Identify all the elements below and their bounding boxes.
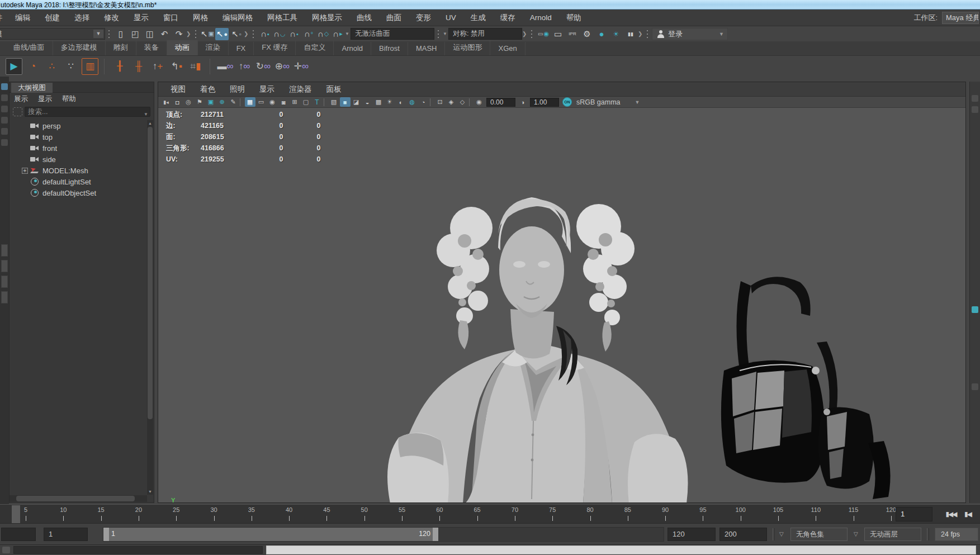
viewport-menu-显示[interactable]: 显示 xyxy=(259,84,274,94)
point-constraint-icon[interactable]: ↑∞ xyxy=(236,58,253,75)
menu-item-选择[interactable]: 选择 xyxy=(67,10,97,26)
menu-item-曲面[interactable]: 曲面 xyxy=(379,10,409,26)
greasepencil-icon[interactable]: ✎ xyxy=(228,97,239,107)
parent-constraint-icon[interactable]: ▬∞ xyxy=(217,58,234,75)
selection-highlight-icon[interactable]: ◈ xyxy=(446,97,457,107)
go-to-start-icon[interactable]: ▮◀◀ xyxy=(943,506,959,522)
shelf-tab-FX 缓存[interactable]: FX 缓存 xyxy=(254,40,296,55)
shelf-tab-Bifrost[interactable]: Bifrost xyxy=(371,42,408,55)
outliner-menu-显示[interactable]: 显示 xyxy=(38,94,52,104)
viewport-render-area[interactable]: 顶点:21271100边:42116500面:20861500三角形:41686… xyxy=(158,108,965,502)
animation-layer-dropdown[interactable]: 无动画层 xyxy=(864,528,921,541)
select-object-icon[interactable]: ↖● xyxy=(215,28,229,40)
ao-icon[interactable]: ◍ xyxy=(407,97,418,107)
select-tool-button[interactable] xyxy=(1,83,8,90)
collapsed-channelbox-sliver[interactable] xyxy=(969,82,980,503)
menu-item-网格工具[interactable]: 网格工具 xyxy=(260,10,305,26)
layout-single-pane-button[interactable] xyxy=(1,244,8,257)
render-view-icon[interactable]: ▭◉ xyxy=(537,28,550,40)
toolbar-separator[interactable] xyxy=(530,29,534,40)
outliner-tab[interactable]: 大纲视图 xyxy=(11,83,53,93)
bookmark-icon[interactable]: ⚑ xyxy=(195,97,205,107)
viewport-menu-视图[interactable]: 视图 xyxy=(171,84,186,94)
time-slider[interactable]: 5101520253035404550556065707580859095100… xyxy=(0,504,980,523)
exposure-icon[interactable]: ◉ xyxy=(474,97,485,107)
orient-constraint-icon[interactable]: ↻∞ xyxy=(255,58,272,75)
panel-icon[interactable] xyxy=(972,106,978,113)
insert-key-icon[interactable]: ╂ xyxy=(111,58,128,75)
scroll-up-icon[interactable]: ▲ xyxy=(147,120,153,126)
wireframe-on-shaded-icon[interactable]: ◪ xyxy=(351,97,362,107)
search-input[interactable]: 搜索... ▼ xyxy=(25,107,150,117)
motion-blur-icon[interactable]: ◔ xyxy=(418,97,429,107)
menu-item-变形[interactable]: 变形 xyxy=(409,10,438,26)
menu-item-生成[interactable]: 生成 xyxy=(463,10,493,26)
select-component-icon[interactable]: ↖▫ xyxy=(230,28,243,40)
panel-icon[interactable] xyxy=(972,383,978,390)
menu-item-Arnold[interactable]: Arnold xyxy=(523,10,559,26)
save-scene-icon[interactable]: ◫ xyxy=(143,28,157,40)
toolbar-separator[interactable] xyxy=(107,29,111,40)
viewport-menu-着色[interactable]: 着色 xyxy=(200,84,215,94)
menu-item-窗口[interactable]: 窗口 xyxy=(156,10,186,26)
outliner-menu-展示[interactable]: 展示 xyxy=(14,94,28,104)
camera-settings-icon[interactable]: ◎ xyxy=(183,97,194,107)
gamma-field[interactable]: 1.00 xyxy=(530,98,559,107)
viewport-menu-照明[interactable]: 照明 xyxy=(230,84,245,94)
wireframe-icon[interactable]: ▧ xyxy=(329,97,339,107)
shelf-tab-多边形建模[interactable]: 多边形建模 xyxy=(53,40,106,55)
range-start-handle[interactable] xyxy=(103,528,109,541)
render-frame-icon[interactable]: ▭ xyxy=(551,28,565,40)
symmetry-field[interactable]: 对称: 禁用 xyxy=(448,28,522,40)
new-scene-icon[interactable]: ▯ xyxy=(114,28,127,40)
add-key-icon[interactable]: ↑+ xyxy=(149,58,166,75)
menu-item-网格[interactable]: 网格 xyxy=(186,10,215,26)
live-surface-field[interactable]: 无激活曲面 xyxy=(351,28,434,40)
make-live-icon[interactable]: ∩▸ xyxy=(331,28,344,40)
scale-tool-button[interactable] xyxy=(1,139,8,146)
playblast-icon[interactable]: ▶ xyxy=(6,58,22,75)
shelf-tab-运动图形[interactable]: 运动图形 xyxy=(445,40,490,55)
snap-view-plane-icon[interactable]: ∩◇ xyxy=(316,28,330,40)
layout-persp-outliner-button[interactable] xyxy=(1,276,8,288)
gate-mask-icon[interactable]: ◙ xyxy=(278,97,289,107)
scrollbar-thumb[interactable] xyxy=(16,496,135,501)
camera-icon[interactable]: ▮◂ xyxy=(161,97,172,107)
outliner-item-front[interactable]: front xyxy=(10,143,147,154)
paint-select-tool-button[interactable] xyxy=(1,106,8,112)
2d-pan-zoom-icon[interactable]: ⊕ xyxy=(217,97,228,107)
range-slider-range[interactable]: 1 120 xyxy=(103,528,438,541)
chevron-down-icon[interactable]: ▽ xyxy=(854,531,858,537)
outliner-vertical-scrollbar[interactable]: ▲ ▼ xyxy=(147,120,153,495)
image-plane-icon[interactable]: ▣ xyxy=(206,97,216,107)
resolution-gate-icon[interactable]: ◉ xyxy=(267,97,278,107)
menuset-dropdown[interactable]: 模 ▼ xyxy=(0,28,105,40)
perspective-viewport-panel[interactable]: 视图着色照明显示渲染器面板 ▮◂◘◎⚑▣⊕✎▦▭◉◙⊞▢T▧■◪◒▩☀◐◍◔⊡◈… xyxy=(158,82,966,503)
move-tool-button[interactable] xyxy=(1,117,8,124)
render-settings-icon[interactable]: ⚙ xyxy=(580,28,594,40)
outliner-item-defaultObjectSet[interactable]: defaultObjectSet xyxy=(10,187,147,198)
shelf-tab-自定义[interactable]: 自定义 xyxy=(296,40,334,55)
motion-trail-dots-icon[interactable]: ∵ xyxy=(63,58,79,75)
menu-item-修改[interactable]: 修改 xyxy=(97,10,126,26)
shadows-icon[interactable]: ◐ xyxy=(396,97,406,107)
menu-item-缓存[interactable]: 缓存 xyxy=(493,10,523,26)
set-key-gauge-icon[interactable]: ◔ xyxy=(25,58,41,75)
menu-item-编辑[interactable]: 编辑 xyxy=(8,10,37,26)
menu-item-UV[interactable]: UV xyxy=(438,10,463,26)
panel-icon[interactable] xyxy=(972,95,978,102)
range-end-handle[interactable] xyxy=(433,528,438,541)
shelf-tab-渲染[interactable]: 渲染 xyxy=(198,40,229,55)
snap-grid-icon[interactable]: ∩▪ xyxy=(258,28,272,40)
scroll-down-icon[interactable]: ▼ xyxy=(147,488,153,495)
expand-icon[interactable]: + xyxy=(22,168,28,174)
graph-editor-icon[interactable]: ▥ xyxy=(82,58,98,75)
shelf-tab-曲线/曲面[interactable]: 曲线/曲面 xyxy=(6,40,53,55)
textured-icon[interactable]: ▩ xyxy=(373,97,384,107)
colorspace-dropdown[interactable]: sRGB gamma ▼ xyxy=(574,97,642,107)
animation-start-field[interactable] xyxy=(1,528,36,541)
shelf-tab-雕刻[interactable]: 雕刻 xyxy=(106,40,136,55)
pause-icon[interactable]: ▮▮ xyxy=(624,28,637,40)
panel-icon[interactable] xyxy=(972,306,978,313)
toolbar-separator[interactable] xyxy=(252,29,255,40)
